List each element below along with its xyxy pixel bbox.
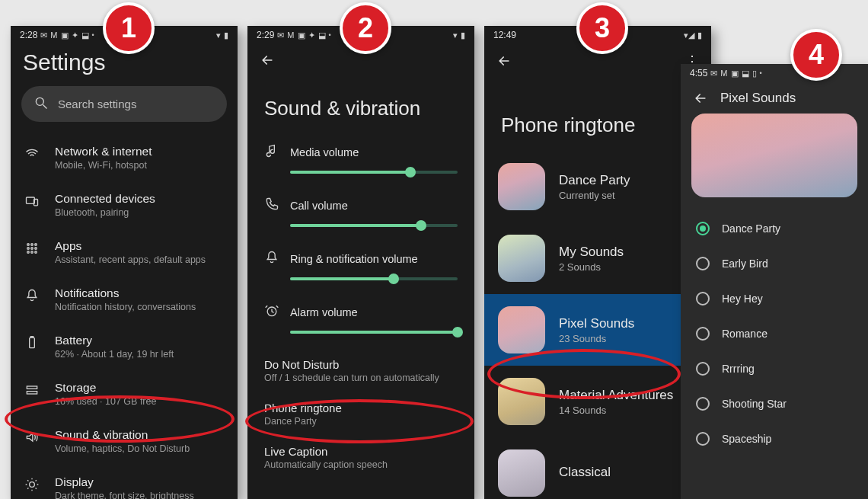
ringtone-category-classical[interactable]: Classical [484, 437, 711, 499]
ringtone-option-dance-party[interactable]: Dance Party [691, 211, 857, 246]
pref-sublabel: Dance Party [264, 416, 458, 427]
svg-point-10 [27, 251, 30, 254]
settings-item-label: Apps [55, 239, 206, 253]
radio-icon [696, 292, 710, 305]
panel-3-phone-ringtone: 12:49 ▾◢ ▮ ⋮ Phone ringtone Dance Party … [484, 26, 711, 499]
battery-icon: ▮ [461, 30, 465, 40]
status-dot-icon: • [760, 69, 762, 77]
status-icon: ⬓ [742, 69, 749, 78]
status-time: 2:29 [257, 30, 274, 40]
status-icon: ▣ [298, 30, 305, 40]
settings-item-network-internet[interactable]: Network & internet Mobile, Wi-Fi, hotspo… [11, 134, 238, 181]
slider-track[interactable] [290, 277, 458, 280]
pref-item-do-not-disturb[interactable]: Do Not Disturb Off / 1 schedule can turn… [247, 349, 474, 392]
settings-item-sublabel: Mobile, Wi-Fi, hotspot [55, 160, 152, 171]
slider-label: Alarm volume [290, 306, 358, 318]
settings-item-label: Display [55, 475, 194, 489]
pref-label: Live Caption [264, 445, 458, 458]
slider-track[interactable] [290, 171, 458, 174]
settings-item-label: Notifications [55, 286, 196, 300]
status-icon: ✉ [277, 30, 284, 40]
settings-item-sound-vibration[interactable]: Sound & vibration Volume, haptics, Do No… [11, 417, 238, 465]
category-label: Dance Party [559, 173, 630, 188]
search-input[interactable]: Search settings [21, 86, 227, 122]
step-badge-3: 3 [576, 2, 628, 54]
status-icon: ▯ [752, 69, 757, 78]
settings-item-display[interactable]: Display Dark theme, font size, brightnes… [11, 465, 238, 499]
step-badge-2: 2 [340, 2, 391, 54]
back-button[interactable] [693, 91, 708, 106]
storage-icon [24, 381, 41, 401]
settings-item-sublabel: 16% used · 107 GB free [55, 396, 156, 407]
status-icon: M [720, 69, 727, 78]
prefs-section: Do Not Disturb Off / 1 schedule can turn… [247, 349, 474, 479]
ringtone-option-spaceship[interactable]: Spaceship [691, 421, 857, 456]
signal-icon: ▾◢ [684, 30, 694, 40]
status-time: 2:28 [20, 30, 37, 40]
ringtone-option-label: Hey Hey [722, 293, 763, 305]
category-sublabel: 23 Sounds [559, 333, 634, 344]
status-bar: 4:55 ✉ M ▣ ⬓ ▯ • [681, 64, 868, 80]
ringtone-option-label: Rrrring [722, 363, 755, 375]
ringtone-option-romance[interactable]: Romance [691, 316, 857, 351]
note-icon [264, 143, 278, 162]
battery-icon [24, 334, 41, 353]
ringtone-option-shooting-star[interactable]: Shooting Star [691, 386, 857, 421]
settings-item-sublabel: Volume, haptics, Do Not Disturb [55, 443, 190, 454]
svg-line-1 [43, 105, 47, 109]
ringtone-option-early-bird[interactable]: Early Bird [691, 246, 857, 281]
pref-label: Phone ringtone [264, 401, 458, 414]
status-icon: ✉ [710, 69, 717, 78]
page-title: Sound & vibration [247, 74, 474, 136]
ringtone-option-rrrring[interactable]: Rrrring [691, 351, 857, 386]
radio-icon [696, 432, 710, 446]
pref-item-live-caption[interactable]: Live Caption Automatically caption speec… [247, 436, 474, 479]
radio-icon [696, 327, 710, 341]
status-icon: ✦ [308, 30, 315, 40]
settings-item-sublabel: 62% · About 1 day, 19 hr left [55, 349, 174, 360]
settings-item-label: Sound & vibration [55, 428, 190, 442]
settings-item-battery[interactable]: Battery 62% · About 1 day, 19 hr left [11, 323, 238, 370]
svg-point-9 [35, 248, 37, 250]
svg-point-8 [31, 248, 34, 250]
category-label: Pixel Sounds [559, 316, 634, 331]
settings-item-apps[interactable]: Apps Assistant, recent apps, default app… [11, 229, 238, 276]
pref-item-phone-ringtone[interactable]: Phone ringtone Dance Party [247, 392, 474, 436]
status-icon: M [50, 30, 57, 40]
category-thumbnail [498, 378, 545, 425]
ringtone-category-pixel-sounds[interactable]: Pixel Sounds 23 Sounds [484, 294, 711, 366]
alarm-icon [264, 303, 278, 321]
search-placeholder: Search settings [58, 98, 136, 110]
ringtone-category-dance-party[interactable]: Dance Party Currently set [484, 151, 711, 222]
slider-label: Media volume [290, 146, 359, 158]
slider-track[interactable] [290, 331, 458, 334]
category-thumbnail [498, 449, 545, 497]
wifi-icon [24, 145, 41, 165]
svg-point-17 [30, 482, 35, 488]
battery-icon: ▮ [697, 30, 702, 40]
ringtone-category-my-sounds[interactable]: My Sounds 2 Sounds [484, 222, 711, 294]
volume-slider-ring-notification-volume: Ring & notification volume [247, 242, 474, 296]
svg-point-4 [27, 244, 30, 246]
svg-point-5 [31, 244, 34, 246]
volume-slider-call-volume: Call volume [247, 189, 474, 242]
display-icon [24, 475, 41, 495]
ringtone-category-material-adventures[interactable]: Material Adventures 14 Sounds [484, 366, 711, 437]
settings-item-sublabel: Dark theme, font size, brightness [55, 491, 194, 499]
category-thumbnail [498, 163, 545, 210]
panel-2-sound-vibration: 2:29 ✉ M ▣ ✦ ⬓ • ▾ ▮ Sound & vibration M… [247, 26, 474, 499]
settings-item-connected-devices[interactable]: Connected devices Bluetooth, pairing [11, 181, 238, 229]
svg-point-12 [35, 251, 37, 254]
back-button[interactable] [496, 53, 512, 69]
svg-point-6 [35, 244, 37, 246]
volume-slider-alarm-volume: Alarm volume [247, 296, 474, 349]
slider-track[interactable] [290, 224, 458, 227]
svg-rect-16 [27, 392, 37, 394]
settings-item-notifications[interactable]: Notifications Notification history, conv… [11, 276, 238, 323]
svg-rect-15 [27, 386, 37, 389]
ringtone-option-hey-hey[interactable]: Hey Hey [691, 281, 857, 316]
settings-item-storage[interactable]: Storage 16% used · 107 GB free [11, 370, 238, 417]
status-dot-icon: • [92, 31, 94, 39]
back-button[interactable] [260, 53, 275, 68]
pref-sublabel: Automatically caption speech [264, 459, 458, 470]
